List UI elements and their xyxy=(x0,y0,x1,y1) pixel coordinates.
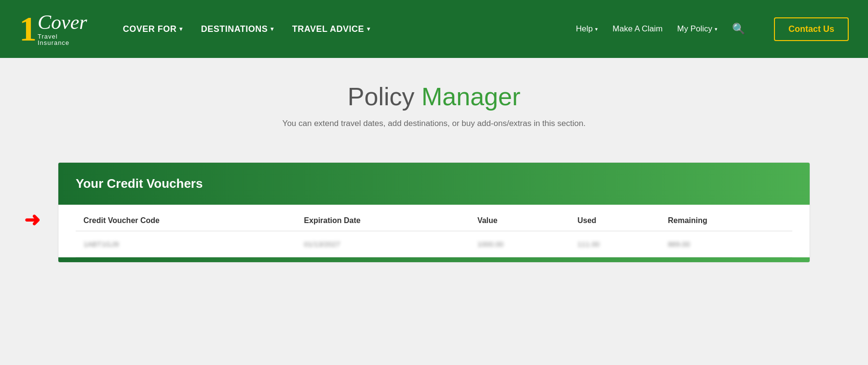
page-title-part2: Manager xyxy=(421,83,520,111)
logo-cover: Cover xyxy=(38,12,87,32)
hero-section: Policy Manager You can extend travel dat… xyxy=(0,58,868,162)
cell-code: 1ABT1GJ9 xyxy=(76,231,296,257)
nav-destinations[interactable]: DESTINATIONS ▾ xyxy=(194,20,281,38)
col-header-code: Credit Voucher Code xyxy=(76,205,296,231)
card-header: Your Credit Vouchers xyxy=(58,163,810,205)
header: 1 Cover Travel Insurance COVER FOR ▾ DES… xyxy=(0,0,868,58)
arrow-indicator: ➜ xyxy=(24,209,41,231)
col-header-remaining: Remaining xyxy=(660,205,792,231)
chevron-down-icon: ▾ xyxy=(595,26,598,32)
nav-travel-advice-label: TRAVEL ADVICE xyxy=(292,24,364,34)
col-header-expiration: Expiration Date xyxy=(296,205,470,231)
nav-make-a-claim-label: Make A Claim xyxy=(612,24,663,34)
right-arrow-icon: ➜ xyxy=(24,209,41,230)
right-nav: Help ▾ Make A Claim My Policy ▾ 🔍 Contac… xyxy=(576,17,849,41)
chevron-down-icon: ▾ xyxy=(271,26,274,32)
page-title: Policy Manager xyxy=(10,82,858,111)
nav-cover-for[interactable]: COVER FOR ▾ xyxy=(116,20,190,38)
search-icon[interactable]: 🔍 xyxy=(732,23,745,35)
card-bottom-bar xyxy=(58,257,810,262)
nav-help-label: Help xyxy=(576,24,593,34)
logo-number: 1 xyxy=(19,12,37,46)
nav-cover-for-label: COVER FOR xyxy=(123,24,177,34)
card-header-title: Your Credit Vouchers xyxy=(76,176,203,191)
chevron-down-icon: ▾ xyxy=(715,26,718,32)
chevron-down-icon: ▾ xyxy=(179,26,183,32)
cell-expiration: 01/13/2027 xyxy=(296,231,470,257)
logo-insurance: Insurance xyxy=(38,40,87,46)
chevron-down-icon: ▾ xyxy=(367,26,370,32)
nav-make-a-claim[interactable]: Make A Claim xyxy=(612,24,663,34)
cell-remaining: 889.00 xyxy=(660,231,792,257)
cell-value: 1000.00 xyxy=(470,231,570,257)
page-title-part1: Policy xyxy=(348,83,415,111)
col-header-value: Value xyxy=(470,205,570,231)
nav-destinations-label: DESTINATIONS xyxy=(201,24,268,34)
main-content: Policy Manager You can extend travel dat… xyxy=(0,58,868,263)
table-container: Credit Voucher Code Expiration Date Valu… xyxy=(58,205,810,257)
logo[interactable]: 1 Cover Travel Insurance xyxy=(19,12,87,46)
contact-us-button[interactable]: Contact Us xyxy=(774,17,849,41)
page-subtitle: You can extend travel dates, add destina… xyxy=(10,119,858,128)
voucher-card: Your Credit Vouchers Credit Voucher Code… xyxy=(58,162,810,263)
main-nav: COVER FOR ▾ DESTINATIONS ▾ TRAVEL ADVICE… xyxy=(116,20,576,38)
voucher-table: Credit Voucher Code Expiration Date Valu… xyxy=(76,205,792,257)
cell-used: 111.00 xyxy=(570,231,661,257)
nav-my-policy-label: My Policy xyxy=(677,24,712,34)
table-row: 1ABT1GJ9 01/13/2027 1000.00 111.00 889.0… xyxy=(76,231,792,257)
nav-my-policy[interactable]: My Policy ▾ xyxy=(677,24,718,34)
table-header-row: Credit Voucher Code Expiration Date Valu… xyxy=(76,205,792,231)
logo-text: Cover Travel Insurance xyxy=(38,12,87,46)
nav-help[interactable]: Help ▾ xyxy=(576,24,598,34)
nav-travel-advice[interactable]: TRAVEL ADVICE ▾ xyxy=(285,20,377,38)
col-header-used: Used xyxy=(570,205,661,231)
